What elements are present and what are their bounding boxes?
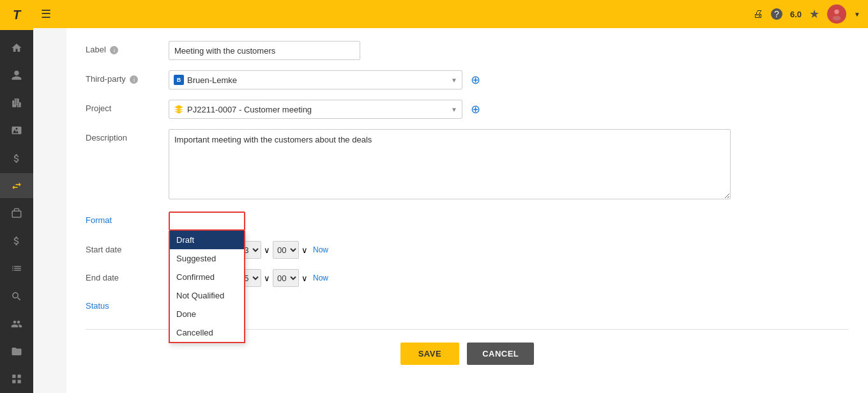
- label-input[interactable]: [169, 41, 360, 60]
- menu-icon[interactable]: ☰: [41, 7, 51, 21]
- format-select-wrap: Draft Suggested Confirmed Not Qualified …: [169, 212, 245, 231]
- description-label: Description: [86, 129, 169, 143]
- sidebar-item-dollar[interactable]: [0, 146, 33, 171]
- label-field-label: Label i: [86, 41, 169, 54]
- status-search-input[interactable]: [169, 212, 245, 231]
- save-button[interactable]: SAVE: [400, 343, 459, 365]
- third-party-add-button[interactable]: ⊕: [468, 72, 483, 88]
- sidebar-item-user[interactable]: [0, 63, 33, 88]
- status-option-done[interactable]: Done: [170, 305, 244, 323]
- topbar: ☰ 🖨 ? 6.0 ★ ▼: [33, 0, 868, 28]
- sidebar: T: [0, 0, 33, 393]
- main-content: Label i Third-party i B Bruen-Lemke ▼ ⊕: [66, 28, 868, 393]
- description-textarea[interactable]: Important meeting with the customers abo…: [169, 129, 731, 199]
- status-option-not-qualified[interactable]: Not Qualified: [170, 286, 244, 305]
- third-party-row: Third-party i B Bruen-Lemke ▼ ⊕: [86, 70, 849, 89]
- print-icon[interactable]: 🖨: [753, 8, 763, 20]
- end-date-now-link[interactable]: Now: [313, 274, 328, 282]
- sidebar-item-briefcase[interactable]: [0, 201, 33, 226]
- third-party-select[interactable]: Bruen-Lemke: [169, 70, 462, 89]
- sidebar-item-arrows[interactable]: [0, 173, 33, 198]
- description-row: Description Important meeting with the c…: [86, 129, 849, 201]
- sidebar-item-building[interactable]: [0, 91, 33, 116]
- project-label: Project: [86, 100, 169, 113]
- third-party-select-wrap: B Bruen-Lemke ▼: [169, 70, 462, 89]
- format-label: Format: [86, 212, 169, 225]
- button-row: SAVE CANCEL: [86, 343, 849, 365]
- label-info-icon: i: [110, 46, 118, 54]
- sidebar-item-search[interactable]: [0, 284, 33, 309]
- end-minute-select[interactable]: 00 153045: [273, 269, 299, 287]
- sidebar-item-home[interactable]: [0, 35, 33, 60]
- version-label: 6.0: [790, 10, 802, 19]
- status-option-suggested[interactable]: Suggested: [170, 249, 244, 268]
- project-select-wrap: PJ2211-0007 - Customer meeting ▼: [169, 100, 462, 119]
- status-option-cancelled[interactable]: Cancelled: [170, 323, 244, 342]
- third-party-label: Third-party i: [86, 70, 169, 84]
- sidebar-item-chart[interactable]: [0, 256, 33, 281]
- sidebar-item-coins[interactable]: [0, 229, 33, 254]
- start-minute-select[interactable]: 00 153045: [273, 241, 299, 259]
- status-option-confirmed[interactable]: Confirmed: [170, 268, 244, 286]
- start-date-now-link[interactable]: Now: [313, 245, 328, 254]
- sidebar-item-grid[interactable]: [0, 367, 33, 392]
- start-date-label: Start date: [86, 241, 169, 254]
- cancel-button[interactable]: CANCEL: [467, 343, 534, 365]
- avatar[interactable]: [827, 4, 846, 24]
- project-select[interactable]: PJ2211-0007 - Customer meeting: [169, 100, 462, 119]
- label-row: Label i: [86, 41, 849, 60]
- status-label: Status: [86, 297, 169, 311]
- project-row: Project PJ2211-0007 - Customer meeting ▼…: [86, 100, 849, 119]
- status-dropdown-menu: Draft Suggested Confirmed Not Qualified …: [169, 231, 245, 343]
- avatar-chevron-icon[interactable]: ▼: [854, 11, 860, 18]
- svg-point-1: [833, 16, 841, 20]
- format-row: Format Draft Suggested Confirmed Not Qua…: [86, 212, 849, 231]
- sidebar-item-folder[interactable]: [0, 339, 33, 364]
- sidebar-item-puzzle[interactable]: [0, 118, 33, 143]
- end-date-label: End date: [86, 269, 169, 282]
- status-option-draft[interactable]: Draft: [170, 231, 244, 249]
- sidebar-item-people[interactable]: [0, 311, 33, 336]
- third-party-info-icon: i: [130, 75, 138, 84]
- svg-point-0: [834, 10, 839, 14]
- help-icon[interactable]: ?: [771, 8, 782, 20]
- sidebar-logo[interactable]: T: [0, 0, 33, 30]
- project-add-button[interactable]: ⊕: [468, 102, 483, 117]
- star-icon[interactable]: ★: [809, 7, 819, 21]
